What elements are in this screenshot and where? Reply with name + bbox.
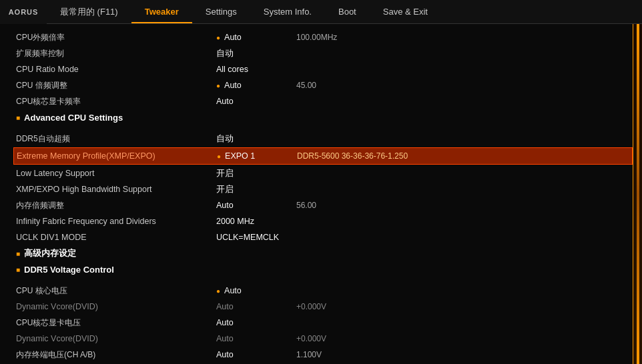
infinity-fabric-label: Infinity Fabric Frequency and Dividers <box>16 217 216 226</box>
setting-mem-ratio[interactable]: 内存倍频调整 Auto 56.00 <box>13 197 633 213</box>
igpu-voltage-value: Auto <box>216 318 296 327</box>
cpu-ratio-mode-value: All cores <box>216 65 296 74</box>
tab-save-exit-label: Save & Exit <box>383 7 428 17</box>
spread-spectrum-label: 扩展频率控制 <box>16 48 216 59</box>
setting-dvid-1[interactable]: Dynamic Vcore(DVID) Auto +0.000V <box>13 299 633 315</box>
logo-text: AORUS <box>9 8 39 16</box>
section-bullet-icon2: ■ <box>16 250 20 257</box>
setting-cpu-ratio[interactable]: CPU 倍频调整 ● Auto 45.00 <box>13 77 633 93</box>
tab-settings-label: Settings <box>206 7 237 17</box>
tab-frequently-used[interactable]: 最常用的 (F11) <box>47 0 131 23</box>
ddr5-voltage-section-title: DDR5 Voltage Control <box>24 265 114 275</box>
separator2 <box>13 277 633 283</box>
dvid-1-value: Auto <box>216 302 296 311</box>
xmp-expo-value: ● EXPO 1 <box>217 151 297 161</box>
ddr5-auto-oc-label: DDR5自动超频 <box>16 133 216 145</box>
cpu-ratio-mode-label: CPU Ratio Mode <box>16 65 216 74</box>
tab-save-exit[interactable]: Save & Exit <box>370 0 441 23</box>
spread-spectrum-value: 自动 <box>216 48 296 59</box>
advanced-cpu-section-title: Advanced CPU Settings <box>24 113 123 123</box>
section-bullet-icon3: ■ <box>16 266 20 273</box>
igpu-voltage-label: CPU核芯显卡电压 <box>16 317 216 329</box>
mem-ratio-value: Auto <box>216 201 296 210</box>
nav-bar: AORUS 最常用的 (F11) Tweaker Settings System… <box>0 0 642 24</box>
infinity-fabric-value: 2000 MHz <box>216 217 296 226</box>
section-bullet-icon: ■ <box>16 114 20 121</box>
separator1 <box>13 125 633 131</box>
setting-cpu-vcore[interactable]: CPU 核心电压 ● Auto <box>13 283 633 299</box>
dot-icon-3: ● <box>216 82 220 89</box>
cpu-ratio-value2: 45.00 <box>296 81 316 90</box>
setting-ddr5-auto-oc[interactable]: DDR5自动超频 自动 <box>13 131 633 147</box>
setting-infinity-fabric[interactable]: Infinity Fabric Frequency and Dividers 2… <box>13 213 633 229</box>
cpu-freq-ratio-value2: 100.00MHz <box>296 33 337 42</box>
setting-xmp-high-bandwidth[interactable]: XMP/EXPO High Bandwidth Support 开启 <box>13 181 633 197</box>
xmp-high-bandwidth-label: XMP/EXPO High Bandwidth Support <box>16 185 216 194</box>
setting-dvid-2[interactable]: Dynamic Vcore(DVID) Auto +0.000V <box>13 331 633 347</box>
dot-icon-vcore: ● <box>216 287 220 295</box>
tab-system-info-label: System Info. <box>264 7 312 17</box>
dvid-2-value2: +0.000V <box>296 334 326 343</box>
xmp-high-bandwidth-value: 开启 <box>216 184 296 195</box>
cpu-settings-top: CPU外频倍率 ● Auto 100.00MHz 扩展频率控制 自动 CPU R… <box>13 29 633 109</box>
main-content: CPU外频倍率 ● Auto 100.00MHz 扩展频率控制 自动 CPU R… <box>0 24 642 364</box>
uclk-div1-value: UCLK=MEMCLK <box>216 233 296 242</box>
logo: AORUS <box>0 0 47 24</box>
advanced-memory-section-title: 高级内存设定 <box>24 247 76 259</box>
left-panel: CPU外频倍率 ● Auto 100.00MHz 扩展频率控制 自动 CPU R… <box>0 24 633 364</box>
tab-boot-label: Boot <box>338 7 356 17</box>
dvid-2-value: Auto <box>216 334 296 343</box>
setting-vtt-mem[interactable]: 内存终端电压(CH A/B) Auto 1.100V <box>13 347 633 363</box>
setting-igpu-freq[interactable]: CPU核芯显卡频率 Auto <box>13 93 633 109</box>
dvid-1-label: Dynamic Vcore(DVID) <box>16 302 216 311</box>
xmp-expo-label: Extreme Memory Profile(XMP/EXPO) <box>17 151 217 161</box>
tab-tweaker[interactable]: Tweaker <box>131 0 192 23</box>
tab-frequently-used-label: 最常用的 (F11) <box>60 6 118 18</box>
setting-cpu-ratio-mode[interactable]: CPU Ratio Mode All cores <box>13 61 633 77</box>
right-panel <box>633 24 642 364</box>
ddr5-auto-oc-value: 自动 <box>216 133 296 145</box>
dot-icon-0: ● <box>216 34 220 41</box>
mem-ratio-value2: 56.00 <box>296 201 316 210</box>
tab-boot[interactable]: Boot <box>325 0 370 23</box>
advanced-cpu-section-header[interactable]: ■ Advanced CPU Settings <box>13 109 633 125</box>
low-latency-label: Low Latency Support <box>16 169 216 178</box>
setting-xmp-expo[interactable]: Extreme Memory Profile(XMP/EXPO) ● EXPO … <box>13 147 633 165</box>
setting-igpu-voltage[interactable]: CPU核芯显卡电压 Auto <box>13 315 633 331</box>
vtt-mem-label: 内存终端电压(CH A/B) <box>16 349 216 361</box>
ddr5-voltage-section-header[interactable]: ■ DDR5 Voltage Control <box>13 261 633 277</box>
nav-tabs: 最常用的 (F11) Tweaker Settings System Info.… <box>47 0 642 23</box>
cpu-freq-ratio-value: ● Auto <box>216 33 296 42</box>
cpu-vcore-value: ● Auto <box>216 286 296 295</box>
setting-cpu-freq-ratio[interactable]: CPU外频倍率 ● Auto 100.00MHz <box>13 29 633 45</box>
vtt-mem-value2: 1.100V <box>296 350 322 359</box>
dot-icon-xmp: ● <box>217 153 221 160</box>
tab-settings[interactable]: Settings <box>192 0 250 23</box>
vtt-mem-value: Auto <box>216 350 296 359</box>
cpu-vcore-label: CPU 核心电压 <box>16 285 216 297</box>
right-panel-accent <box>637 24 639 364</box>
tab-system-info[interactable]: System Info. <box>250 0 325 23</box>
uclk-div1-label: UCLK DIV1 MODE <box>16 233 216 242</box>
cpu-ratio-value: ● Auto <box>216 81 296 90</box>
igpu-freq-value: Auto <box>216 97 296 106</box>
cpu-ratio-label: CPU 倍频调整 <box>16 80 216 91</box>
setting-uclk-div1[interactable]: UCLK DIV1 MODE UCLK=MEMCLK <box>13 229 633 245</box>
dvid-1-value2: +0.000V <box>296 302 326 311</box>
low-latency-value: 开启 <box>216 168 296 179</box>
mem-ratio-label: 内存倍频调整 <box>16 200 216 211</box>
dvid-2-label: Dynamic Vcore(DVID) <box>16 334 216 343</box>
igpu-freq-label: CPU核芯显卡频率 <box>16 96 216 107</box>
tab-tweaker-underline <box>131 22 192 23</box>
xmp-expo-value2: DDR5-5600 36-36-36-76-1.250 <box>297 151 408 161</box>
setting-low-latency[interactable]: Low Latency Support 开启 <box>13 165 633 181</box>
setting-spread-spectrum[interactable]: 扩展频率控制 自动 <box>13 45 633 61</box>
cpu-freq-ratio-label: CPU外频倍率 <box>16 32 216 43</box>
tab-tweaker-label: Tweaker <box>145 7 179 17</box>
advanced-memory-section-header[interactable]: ■ 高级内存设定 <box>13 245 633 261</box>
